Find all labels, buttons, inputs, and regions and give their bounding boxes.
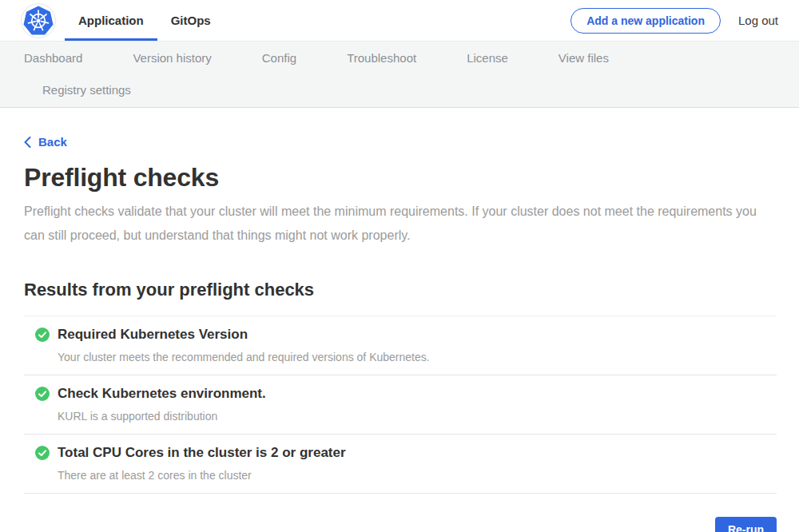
check-detail: KURL is a supported distribution bbox=[58, 410, 777, 423]
preflight-check-row: Total CPU Cores in the cluster is 2 or g… bbox=[24, 435, 777, 494]
subnav-item-view-files[interactable]: View files bbox=[559, 51, 609, 65]
check-title: Check Kubernetes environment. bbox=[58, 386, 266, 402]
preflight-check-row: Check Kubernetes environment. KURL is a … bbox=[24, 375, 777, 435]
app-subnav: Dashboard Version history Config Trouble… bbox=[0, 42, 799, 108]
check-title: Required Kubernetes Version bbox=[58, 327, 248, 343]
add-application-button[interactable]: Add a new application bbox=[570, 8, 721, 34]
actions-bar: Re-run bbox=[24, 517, 777, 532]
subnav-item-license[interactable]: License bbox=[467, 51, 508, 65]
subnav-item-version-history[interactable]: Version history bbox=[133, 51, 211, 65]
page-description: Preflight checks validate that your clus… bbox=[24, 200, 759, 248]
chevron-left-icon bbox=[24, 137, 31, 148]
preflight-check-row: Required Kubernetes Version Your cluster… bbox=[24, 316, 777, 375]
preflight-page: Back Preflight checks Preflight checks v… bbox=[0, 108, 799, 532]
page-title: Preflight checks bbox=[24, 163, 777, 193]
check-circle-icon bbox=[35, 387, 50, 401]
subnav-list: Dashboard Version history Config Trouble… bbox=[24, 42, 775, 106]
check-circle-icon bbox=[35, 446, 50, 460]
primary-tabs: Application GitOps bbox=[65, 0, 225, 41]
subnav-item-config[interactable]: Config bbox=[262, 51, 296, 65]
rerun-button[interactable]: Re-run bbox=[715, 517, 777, 532]
tab-gitops[interactable]: GitOps bbox=[157, 0, 225, 41]
top-navbar: Application GitOps Add a new application… bbox=[0, 0, 799, 42]
back-link[interactable]: Back bbox=[24, 135, 67, 149]
subnav-item-dashboard[interactable]: Dashboard bbox=[24, 51, 82, 65]
preflight-results-list: Required Kubernetes Version Your cluster… bbox=[24, 316, 777, 494]
subnav-item-registry-settings[interactable]: Registry settings bbox=[42, 83, 131, 97]
check-detail: Your cluster meets the recommended and r… bbox=[58, 351, 777, 363]
tab-application[interactable]: Application bbox=[65, 0, 157, 41]
subnav-item-troubleshoot[interactable]: Troubleshoot bbox=[347, 51, 416, 65]
check-title: Total CPU Cores in the cluster is 2 or g… bbox=[58, 445, 346, 461]
logout-link[interactable]: Log out bbox=[738, 14, 778, 27]
back-label: Back bbox=[38, 135, 67, 149]
check-detail: There are at least 2 cores in the cluste… bbox=[58, 469, 777, 482]
kubernetes-logo bbox=[21, 3, 56, 38]
results-heading: Results from your preflight checks bbox=[24, 280, 777, 300]
check-circle-icon bbox=[35, 328, 50, 342]
